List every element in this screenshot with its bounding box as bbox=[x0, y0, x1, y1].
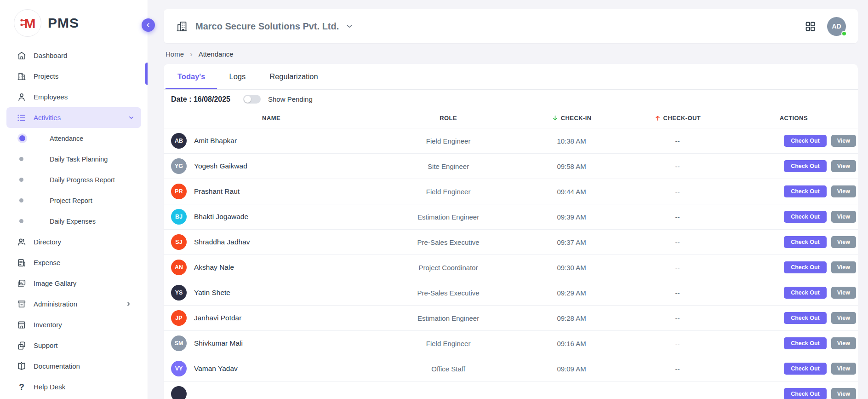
sidebar-subitem-daily-task-planning[interactable]: Daily Task Planning bbox=[0, 149, 148, 169]
check-out-button[interactable]: Check Out bbox=[784, 211, 827, 223]
sidebar-nav: Dashboard Projects Employees Activities … bbox=[0, 45, 148, 397]
chevron-down-icon[interactable] bbox=[345, 22, 354, 30]
view-button[interactable]: View bbox=[831, 236, 856, 248]
sidebar-item-projects[interactable]: Projects bbox=[0, 66, 148, 87]
sidebar-collapse-button[interactable] bbox=[142, 18, 155, 32]
breadcrumb-home-link[interactable]: Home bbox=[166, 50, 184, 58]
avatar: BJ bbox=[171, 209, 187, 225]
avatar: YS bbox=[171, 285, 187, 301]
view-button[interactable]: View bbox=[831, 312, 856, 324]
sidebar: M PMS Dashboard Projects Employees Activ… bbox=[0, 0, 148, 399]
employee-cell: SJ Shraddha Jadhav bbox=[164, 234, 379, 250]
employee-name: Amit Bhapkar bbox=[194, 137, 237, 145]
bullet-dot-icon bbox=[19, 198, 23, 202]
breadcrumb-current: Attendance bbox=[199, 50, 234, 58]
view-button[interactable]: View bbox=[831, 261, 856, 273]
filter-row: Date : 16/08/2025 Show Pending bbox=[164, 90, 858, 108]
apps-grid-icon[interactable] bbox=[805, 21, 816, 32]
check-out-button[interactable]: Check Out bbox=[784, 236, 827, 248]
check-out-button[interactable]: Check Out bbox=[784, 287, 827, 299]
user-avatar[interactable]: AD bbox=[827, 17, 846, 36]
check-in-time: 10:38 AM bbox=[518, 137, 625, 145]
archive-icon bbox=[17, 299, 27, 309]
view-button[interactable]: View bbox=[831, 160, 856, 172]
check-out-button[interactable]: Check Out bbox=[784, 388, 827, 399]
table-row: PR Prashant Raut Field Engineer 09:44 AM… bbox=[164, 179, 858, 204]
sidebar-subitem-daily-expenses[interactable]: Daily Expenses bbox=[0, 211, 148, 231]
column-header-checkout[interactable]: CHECK-OUT bbox=[625, 115, 730, 121]
employee-role: Field Engineer bbox=[379, 340, 518, 347]
sidebar-subitem-daily-progress-report[interactable]: Daily Progress Report bbox=[0, 169, 148, 190]
sidebar-item-support[interactable]: Support bbox=[0, 335, 148, 356]
avatar: VY bbox=[171, 361, 187, 376]
tab-logs[interactable]: Logs bbox=[217, 64, 257, 89]
sidebar-item-administration[interactable]: Administration bbox=[0, 294, 148, 314]
table-row: AB Amit Bhapkar Field Engineer 10:38 AM … bbox=[164, 128, 858, 154]
view-button[interactable]: View bbox=[831, 211, 856, 223]
check-out-value: -- bbox=[625, 188, 730, 196]
sidebar-item-image-gallary[interactable]: Image Gallary bbox=[0, 273, 148, 294]
company-selector-label[interactable]: Marco Secure Solutions Pvt. Ltd. bbox=[195, 21, 339, 32]
avatar: YG bbox=[171, 158, 187, 174]
check-out-button[interactable]: Check Out bbox=[784, 160, 827, 172]
view-button[interactable]: View bbox=[831, 337, 856, 349]
sidebar-subitem-label: Daily Progress Report bbox=[50, 176, 115, 184]
sidebar-item-help-desk[interactable]: ? Help Desk bbox=[0, 376, 148, 397]
attendance-card: Today's Logs Regularization Date : 16/08… bbox=[164, 64, 858, 399]
view-button[interactable]: View bbox=[831, 363, 856, 375]
view-button[interactable]: View bbox=[831, 135, 856, 147]
show-pending-toggle[interactable] bbox=[243, 95, 261, 104]
sidebar-item-label: Administration bbox=[34, 300, 77, 308]
column-header-checkin[interactable]: CHECK-IN bbox=[518, 115, 625, 121]
sidebar-subitem-attendance[interactable]: Attendance bbox=[0, 128, 148, 149]
sidebar-item-employees[interactable]: Employees bbox=[0, 87, 148, 107]
people-icon bbox=[17, 237, 27, 247]
check-out-button[interactable]: Check Out bbox=[784, 135, 827, 147]
tab-regularization[interactable]: Regularization bbox=[257, 64, 330, 89]
table-row: SM Shivkumar Mali Field Engineer 09:16 A… bbox=[164, 331, 858, 356]
tab-todays[interactable]: Today's bbox=[166, 64, 217, 89]
view-button[interactable]: View bbox=[831, 185, 856, 197]
employee-role: Estimation Engineer bbox=[379, 314, 518, 322]
table-row: VY Vaman Yadav Office Staff 09:09 AM -- … bbox=[164, 356, 858, 382]
sidebar-item-label: Activities bbox=[34, 114, 61, 121]
view-button[interactable]: View bbox=[831, 388, 856, 399]
online-status-dot bbox=[841, 31, 847, 36]
sidebar-item-activities[interactable]: Activities bbox=[6, 107, 141, 128]
employee-cell: PR Prashant Raut bbox=[164, 184, 379, 199]
topbar-right-group: AD bbox=[805, 17, 846, 36]
toggle-knob bbox=[244, 96, 251, 103]
check-out-value: -- bbox=[625, 289, 730, 297]
check-out-value: -- bbox=[625, 340, 730, 347]
sidebar-item-dashboard[interactable]: Dashboard bbox=[0, 45, 148, 66]
check-out-button[interactable]: Check Out bbox=[784, 185, 827, 197]
check-out-button[interactable]: Check Out bbox=[784, 337, 827, 349]
row-actions: Check Out View bbox=[730, 337, 858, 349]
bullet-dot-icon bbox=[19, 219, 23, 223]
sidebar-item-label: Expense bbox=[34, 259, 60, 266]
sidebar-subitem-project-report[interactable]: Project Report bbox=[0, 190, 148, 211]
company-building-icon bbox=[176, 20, 188, 33]
attendance-tabs: Today's Logs Regularization bbox=[164, 64, 858, 90]
bullet-dot-icon bbox=[19, 157, 23, 161]
check-out-button[interactable]: Check Out bbox=[784, 312, 827, 324]
employee-name: Yogesh Gaikwad bbox=[194, 162, 247, 170]
check-in-time: 09:29 AM bbox=[518, 289, 625, 297]
sidebar-item-inventory[interactable]: Inventory bbox=[0, 314, 148, 335]
sidebar-item-label: Documentation bbox=[34, 362, 80, 370]
employee-role: Field Engineer bbox=[379, 188, 518, 196]
chevron-right-icon bbox=[125, 301, 132, 307]
receipt-icon bbox=[17, 258, 27, 268]
row-actions: Check Out View bbox=[730, 185, 858, 197]
sidebar-item-expense[interactable]: Expense bbox=[0, 252, 148, 273]
employee-cell: SM Shivkumar Mali bbox=[164, 335, 379, 351]
help-icon: ? bbox=[17, 382, 27, 392]
view-button[interactable]: View bbox=[831, 287, 856, 299]
app-logo: M PMS bbox=[0, 0, 148, 45]
sidebar-item-directory[interactable]: Directory bbox=[0, 231, 148, 252]
app-name: PMS bbox=[48, 15, 79, 31]
sidebar-item-documentation[interactable]: Documentation bbox=[0, 356, 148, 376]
employee-role: Field Engineer bbox=[379, 137, 518, 145]
check-out-button[interactable]: Check Out bbox=[784, 261, 827, 273]
check-out-button[interactable]: Check Out bbox=[784, 363, 827, 375]
